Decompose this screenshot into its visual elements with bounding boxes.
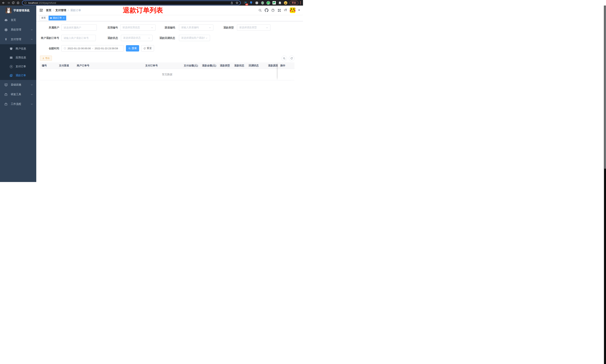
search-button[interactable]: 搜索 [126, 45, 139, 52]
reset-button[interactable]: 重置 [141, 45, 154, 52]
col-notify-status: 回调状态 [247, 64, 266, 67]
sidebar-item-infra[interactable]: 基础设施 [0, 80, 36, 90]
sidebar-item-pay-order[interactable]: ¥ 支付订单 [0, 62, 36, 71]
filter-label-notify-status: 退款回调状态 [139, 35, 175, 41]
chevron-down-icon [31, 29, 33, 31]
extension-icon-balloon[interactable] [249, 1, 253, 5]
extension-icon-y[interactable]: y [266, 1, 270, 5]
sidebar-item-label: 支付订单 [16, 65, 26, 68]
fixed-operation-column: 操作 [278, 63, 294, 80]
profile-emoji-avatar[interactable] [284, 1, 288, 5]
sidebar-item-label: 退款订单 [16, 74, 26, 77]
sidebar-item-app-info[interactable]: 应用信息 [0, 53, 36, 62]
table-toolbar [281, 56, 294, 61]
fullscreen-icon[interactable] [277, 9, 281, 12]
date-end-value[interactable]: 2022-01-23 23:59:59 [95, 47, 118, 50]
sidebar-item-label: 工作流程 [11, 103, 21, 106]
yen-circle-icon: ¥ [9, 65, 13, 68]
sidebar-item-label: 系统管理 [11, 28, 21, 31]
extension-icon-dot[interactable] [261, 1, 265, 5]
sidebar-item-label: 研发工具 [11, 93, 21, 96]
briefcase-icon [4, 103, 8, 106]
refresh-icon[interactable] [289, 56, 294, 61]
share-icon[interactable] [230, 1, 233, 4]
app-logo[interactable]: 芋道管理系统 [0, 6, 36, 15]
date-start-value[interactable]: 2022-01-23 00:00:00 [67, 47, 91, 50]
documents-icon [9, 74, 13, 77]
sidebar-item-label: 支付管理 [11, 38, 21, 41]
navbar-actions: TT [258, 7, 300, 13]
extensions-puzzle-icon[interactable] [278, 1, 282, 5]
bookmark-star-icon[interactable] [236, 1, 238, 4]
browser-update-button[interactable]: 更新 [290, 1, 298, 5]
sidebar-item-dev-tools[interactable]: 研发工具 [0, 90, 36, 99]
page-content: 所属商户 应用编号 请选择应用信息 渠道编码 请输入渠道编码 退款类型 请选择退… [36, 21, 303, 182]
clock-icon [64, 47, 66, 50]
sidebar-fold-icon[interactable] [39, 8, 43, 12]
sidebar-item-merchant-info[interactable]: 商户信息 [0, 44, 36, 53]
filter-label-refund-type: 退款类型 [196, 24, 234, 31]
col-pay-channel: 支付渠道 [57, 64, 75, 67]
extension-icon-chat[interactable] [272, 1, 276, 5]
refund-type-select[interactable]: 请选择退款类型 [237, 24, 270, 31]
chevron-down-icon [266, 26, 268, 29]
notify-status-select[interactable]: 请选择通知商户退款结果 [179, 35, 210, 41]
toggle-search-icon[interactable] [281, 56, 287, 61]
filter-label-app: 应用编号 [81, 24, 118, 31]
gear-icon [4, 28, 8, 32]
search-icon[interactable] [258, 9, 262, 12]
tag-close-icon[interactable]: × [63, 17, 65, 19]
sidebar-item-label: 首页 [11, 18, 16, 22]
browser-forward-button[interactable] [6, 0, 11, 5]
help-icon[interactable] [271, 9, 275, 12]
browser-back-button[interactable] [1, 0, 6, 5]
sidebar-item-refund-order[interactable]: 退款订单 [0, 71, 36, 80]
dashboard-icon [4, 18, 8, 22]
browser-reload-button[interactable] [11, 0, 16, 5]
col-refund-amount: 退款金额(元) [200, 64, 218, 67]
filter-label-merchant: 所属商户 [36, 24, 59, 31]
col-refund-status: 退款状态 [232, 64, 247, 67]
browser-menu-icon[interactable] [299, 1, 302, 4]
github-icon[interactable] [265, 8, 268, 12]
filter-label-refund-status: 退款状态 [81, 35, 118, 41]
breadcrumb-pay[interactable]: 支付管理 [55, 9, 66, 12]
browser-home-button[interactable] [16, 0, 20, 5]
site-info-icon[interactable] [24, 1, 27, 4]
chevron-down-icon [31, 93, 33, 96]
sidebar-item-system[interactable]: 系统管理 [0, 25, 36, 35]
breadcrumb: 首页 / 支付管理 / 退款订单 [46, 9, 81, 12]
extension-icon-command[interactable] [255, 1, 259, 5]
extension-icon-1[interactable]: 10 [243, 1, 247, 5]
chevron-down-icon [31, 103, 33, 105]
sidebar-item-pay[interactable]: ¥ 支付管理 [0, 35, 36, 44]
user-avatar[interactable] [290, 7, 295, 13]
refund-table: 编号 支付渠道 商户订单号 支付订单号 支付金额(元) 退款金额(元) 退款类型… [40, 63, 294, 80]
font-size-icon[interactable]: TT [284, 8, 287, 12]
tag-home[interactable]: 首页 [40, 16, 47, 20]
avatar-caret-icon[interactable] [298, 10, 300, 11]
chevron-down-icon [31, 84, 33, 86]
sidebar: 芋道管理系统 首页 系统管理 ¥ 支付管理 [0, 6, 36, 182]
export-button[interactable]: 导出 [40, 56, 52, 61]
address-bar[interactable]: localhost:1024/pay/refund [22, 0, 241, 5]
sidebar-item-label: 基础设施 [11, 83, 21, 86]
date-range-picker[interactable]: 2022-01-23 00:00:00 - 2022-01-23 23:59:5… [61, 45, 124, 52]
extension-row: 10 y [243, 1, 288, 5]
col-merchant-order-no: 商户订单号 [75, 64, 144, 67]
col-refund-type: 退款类型 [218, 64, 232, 67]
breadcrumb-home[interactable]: 首页 [46, 9, 51, 12]
tags-view: 首页 退款订单 × [36, 15, 303, 21]
svg-text:y: y [268, 2, 269, 4]
sidebar-item-workflow[interactable]: 工作流程 [0, 99, 36, 109]
empty-text: 暂无数据 [162, 73, 172, 76]
table-header: 编号 支付渠道 商户订单号 支付订单号 支付金额(元) 退款金额(元) 退款类型… [40, 63, 294, 69]
chevron-up-icon [31, 38, 33, 40]
tag-refund-order[interactable]: 退款订单 × [49, 16, 66, 20]
filter-label-create-time: 创建时间 [36, 45, 59, 52]
monitor-chart-icon [4, 83, 8, 87]
app-title: 芋道管理系统 [13, 9, 30, 12]
table-empty-row: 暂无数据 [40, 69, 294, 80]
sidebar-item-home[interactable]: 首页 [0, 15, 36, 25]
top-navbar: 首页 / 支付管理 / 退款订单 退款订单列表 [36, 6, 303, 15]
